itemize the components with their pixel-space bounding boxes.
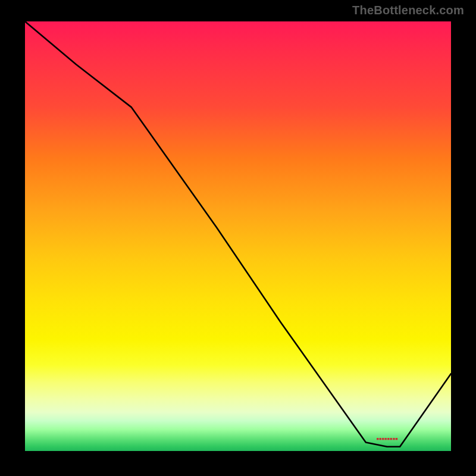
- chart-outer: TheBottleneck.com ■■■■■■■■: [0, 0, 476, 476]
- chart-plot-area: ■■■■■■■■: [25, 21, 451, 451]
- chart-inline-annotation: ■■■■■■■■: [376, 437, 397, 441]
- watermark: TheBottleneck.com: [352, 4, 464, 17]
- chart-svg: ■■■■■■■■: [25, 21, 451, 451]
- chart-series-curve: [25, 21, 451, 447]
